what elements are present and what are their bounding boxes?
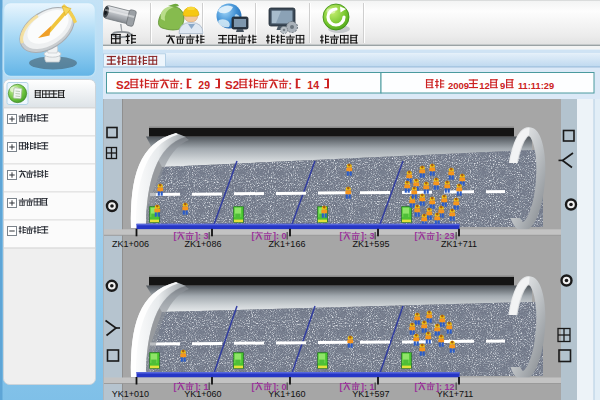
svg-text:[: [ [340, 382, 343, 392]
svg-text:29: 29 [198, 79, 210, 91]
svg-text:]: 1: ]: 1 [361, 382, 375, 392]
svg-text:YK1+010: YK1+010 [112, 389, 149, 399]
svg-text:]: 1: ]: 1 [195, 382, 209, 392]
svg-text:12: 12 [479, 80, 490, 91]
svg-text::: : [289, 79, 293, 91]
svg-text:S2: S2 [116, 79, 130, 91]
svg-text:[: [ [415, 382, 418, 392]
svg-text:ZK1+006: ZK1+006 [112, 239, 149, 249]
svg-text:[: [ [415, 231, 418, 241]
svg-text:11:11:29: 11:11:29 [518, 81, 554, 91]
svg-text:2009: 2009 [448, 80, 469, 91]
svg-text:[: [ [252, 231, 255, 241]
svg-text:]: 0: ]: 0 [273, 231, 287, 241]
svg-text:[: [ [340, 231, 343, 241]
svg-text:S2: S2 [225, 79, 239, 91]
svg-text:]: 12: ]: 12 [436, 382, 455, 392]
svg-text:]: 0: ]: 0 [273, 382, 287, 392]
svg-text:]: 3: ]: 3 [195, 231, 209, 241]
svg-text:[: [ [174, 382, 177, 392]
svg-text:14: 14 [307, 79, 319, 91]
svg-text:[: [ [174, 231, 177, 241]
svg-text:9: 9 [500, 80, 505, 91]
svg-text:]: 23: ]: 23 [436, 231, 455, 241]
svg-text:]: 3: ]: 3 [361, 231, 375, 241]
svg-text::: : [180, 79, 184, 91]
svg-text:[: [ [252, 382, 255, 392]
